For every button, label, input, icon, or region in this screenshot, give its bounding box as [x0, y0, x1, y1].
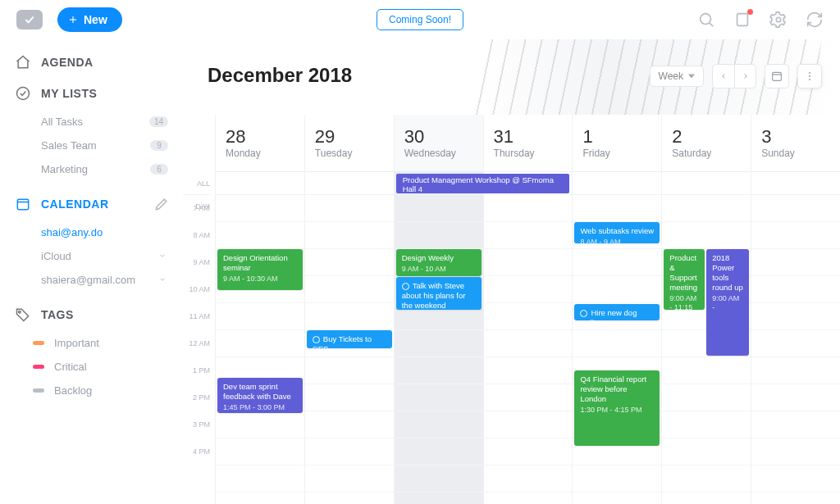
coming-soon-banner[interactable]: Coming Soon! [377, 9, 463, 30]
new-button[interactable]: New [57, 7, 122, 32]
sidebar-agenda[interactable]: AGENDA [15, 54, 176, 70]
today-button[interactable] [765, 64, 789, 89]
prev-week-button[interactable] [713, 65, 734, 88]
day-body[interactable] [484, 195, 573, 493]
day-number: 1 [582, 126, 661, 148]
calendar-event[interactable]: Design Weekly9 AM - 10 AM [396, 249, 482, 276]
day-column[interactable]: 30 WednesdayProduct Managment Workshop @… [395, 115, 484, 504]
calendar-icon [15, 196, 31, 212]
calendar-event[interactable]: 2018 Power tools round up9:00 AM - [706, 249, 749, 356]
tag-icon [15, 306, 31, 323]
calendar-event[interactable]: Product & Support meeting9:00 AM - 11:15 [664, 249, 705, 310]
calendar-title: December 2018 [208, 64, 352, 87]
time-label: 11 AM [183, 303, 210, 330]
dots-vertical-icon [804, 70, 815, 82]
tag-swatch-icon [33, 388, 44, 393]
calendar-event[interactable]: Dev team sprint feedback with Dave1:45 P… [217, 378, 303, 413]
caret-down-icon [688, 73, 695, 79]
day-body[interactable]: Design Orientation seminar9 AM - 10:30 A… [216, 195, 304, 493]
event-time: 9:00 AM - 11:15 [669, 294, 699, 311]
view-selector[interactable]: Week [650, 66, 704, 87]
home-icon [15, 54, 31, 70]
sidebar-list-sales-team[interactable]: Sales Team 9 [15, 134, 176, 157]
time-label: 2 PM [183, 384, 210, 411]
edit-pencil-icon[interactable] [153, 196, 170, 212]
tag-label: Critical [54, 361, 87, 373]
tag-critical[interactable]: Critical [15, 355, 176, 379]
sidebar-account-gmail[interactable]: shaiera@gmail.com [15, 268, 176, 292]
day-name: Thursday [494, 148, 573, 159]
settings-gear-icon[interactable] [769, 11, 788, 29]
account-label: shai@any.do [41, 226, 103, 238]
day-body[interactable]: Design Weekly9 AM - 10 AMTalk with Steve… [395, 195, 483, 493]
time-axis: ALL DAY 7 AM 8 AM 9 AM 10 AM 11 AM 12 AM… [183, 115, 216, 504]
day-columns: 28 MondayDesign Orientation seminar9 AM … [216, 115, 840, 504]
tag-label: Backlog [54, 384, 92, 397]
event-title: Buy Tickets to CES [313, 334, 372, 348]
week-nav [712, 64, 756, 89]
tag-important[interactable]: Important [15, 331, 176, 355]
sidebar-calendar[interactable]: CALENDAR [15, 196, 176, 212]
more-menu-button[interactable] [797, 64, 822, 89]
calendar-event[interactable]: Design Orientation seminar9 AM - 10:30 A… [217, 249, 303, 290]
search-icon[interactable] [697, 11, 715, 29]
svg-point-5 [776, 17, 781, 22]
event-title: Design Weekly [402, 253, 454, 262]
sidebar-list-marketing[interactable]: Marketing 6 [15, 157, 176, 181]
sidebar-mylists-label: MY LISTS [41, 87, 97, 100]
sidebar-account-icloud[interactable]: iCloud [15, 244, 176, 268]
svg-marker-10 [688, 75, 695, 79]
sidebar-list-all-tasks[interactable]: All Tasks 14 [15, 110, 176, 134]
sidebar-account-anydo[interactable]: shai@any.do [15, 220, 176, 244]
day-column[interactable]: 1 FridayWeb subtasks review8 AM - 9 AMHi… [573, 115, 662, 504]
sidebar-mylists[interactable]: MY LISTS [15, 85, 176, 102]
day-number: 30 [404, 126, 483, 148]
day-header: 29 Tuesday [305, 115, 394, 172]
tag-backlog[interactable]: Backlog [15, 379, 176, 402]
day-column[interactable]: 3 Sunday [751, 115, 840, 504]
list-count-badge: 14 [149, 116, 168, 127]
day-body[interactable]: Product & Support meeting9:00 AM - 11:15… [662, 195, 751, 493]
day-name: Monday [226, 148, 304, 159]
allday-row [484, 172, 573, 195]
svg-point-13 [809, 72, 810, 74]
day-number: 28 [226, 126, 304, 148]
calendar-event[interactable]: Q4 Financial report review before London… [574, 370, 660, 446]
app-logo-icon[interactable] [16, 10, 43, 30]
day-column[interactable]: 28 MondayDesign Orientation seminar9 AM … [216, 115, 305, 504]
svg-rect-4 [737, 14, 748, 26]
day-name: Sunday [761, 148, 840, 159]
event-title: 2018 Power tools round up [712, 253, 743, 292]
day-header: 2 Saturday [662, 115, 751, 172]
day-header: 3 Sunday [751, 115, 840, 172]
time-label: 3 PM [183, 411, 210, 438]
calendar-event[interactable]: Buy Tickets to CES [307, 330, 392, 348]
list-label: Marketing [41, 163, 88, 175]
event-time: 9:00 AM - [712, 294, 743, 313]
day-column[interactable]: 31 Thursday [484, 115, 573, 504]
time-label: 4 PM [183, 438, 210, 465]
svg-point-9 [19, 311, 21, 313]
refresh-icon[interactable] [806, 11, 824, 29]
calendar-event[interactable]: Web subtasks review8 AM - 9 AM [574, 222, 660, 243]
account-label: iCloud [41, 250, 71, 262]
svg-point-6 [17, 88, 30, 100]
calendar-event[interactable]: Talk with Steve about his plans for the … [396, 277, 482, 310]
day-name: Friday [582, 148, 661, 159]
event-title: Talk with Steve about his plans for the … [402, 281, 466, 310]
day-column[interactable]: 29 TuesdayBuy Tickets to CES [305, 115, 395, 504]
tag-swatch-icon [33, 341, 44, 345]
notifications-icon[interactable] [733, 11, 751, 29]
day-number: 31 [494, 126, 573, 148]
day-number: 2 [672, 126, 751, 148]
day-body[interactable]: Buy Tickets to CES [305, 195, 394, 493]
day-body[interactable] [751, 195, 840, 493]
calendar-event[interactable]: Hire new dog walker [574, 304, 660, 320]
svg-point-15 [809, 79, 810, 80]
list-count-badge: 6 [150, 164, 168, 175]
sidebar-tags[interactable]: TAGS [15, 306, 176, 323]
task-circle-icon [580, 310, 587, 317]
day-column[interactable]: 2 SaturdayProduct & Support meeting9:00 … [662, 115, 751, 504]
day-body[interactable]: Web subtasks review8 AM - 9 AMHire new d… [573, 195, 661, 493]
next-week-button[interactable] [734, 65, 756, 88]
